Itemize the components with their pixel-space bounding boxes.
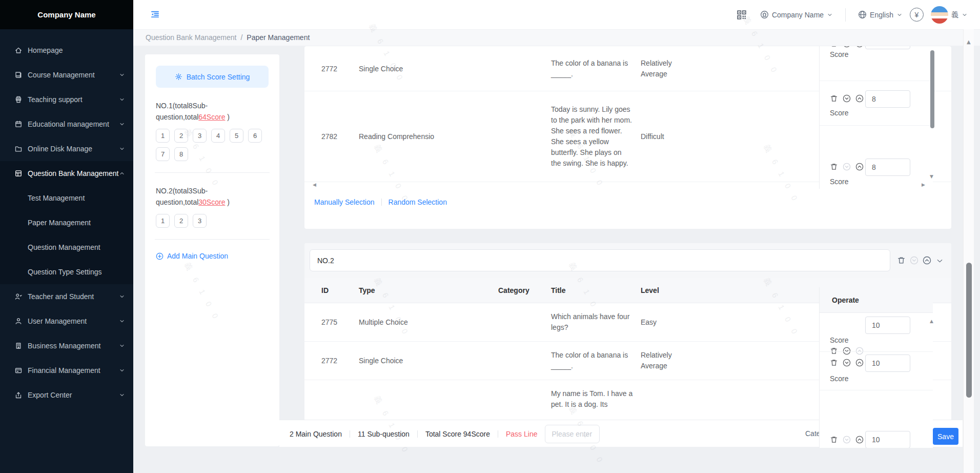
summary-score-link[interactable]: 30Score xyxy=(198,198,225,206)
sidebar-item-question-bank-management[interactable]: Question Bank Management xyxy=(0,161,133,186)
trash-icon[interactable] xyxy=(830,359,838,367)
page-scrollbar-thumb[interactable] xyxy=(966,263,972,398)
move-up-icon[interactable] xyxy=(923,256,931,265)
sidebar-item-teaching-support[interactable]: Teaching support xyxy=(0,87,133,112)
sidebar-collapse-icon[interactable] xyxy=(150,10,160,19)
move-down-icon[interactable] xyxy=(843,94,851,103)
question-title: My name is Tom. I have a pet. It is a do… xyxy=(551,388,633,410)
sub-question-button[interactable]: 1 xyxy=(156,214,170,228)
scroll-left-arrow[interactable]: ◀ xyxy=(313,183,316,187)
operate-header-label: Operate xyxy=(832,296,859,304)
move-down-icon[interactable] xyxy=(843,46,851,48)
move-up-icon[interactable] xyxy=(855,94,864,103)
scroll-up-arrow[interactable]: ▲ xyxy=(930,319,933,324)
sidebar-item-export-center[interactable]: Export Center xyxy=(0,383,133,407)
manually-selection-link[interactable]: Manually Selection xyxy=(314,198,375,206)
score-input[interactable] xyxy=(865,354,910,372)
sub-question-button[interactable]: 5 xyxy=(230,129,243,143)
link-divider xyxy=(381,199,382,206)
sub-question-button[interactable]: 3 xyxy=(193,214,207,228)
score-input[interactable] xyxy=(865,159,910,176)
scroll-up-arrow[interactable]: ▲ xyxy=(967,40,971,45)
sub-question-button[interactable]: 1 xyxy=(156,129,170,143)
pass-line-input[interactable] xyxy=(545,425,600,443)
column-header-operate: Operate xyxy=(820,287,933,313)
sub-question-button[interactable]: 2 xyxy=(174,214,188,228)
chevron-down-icon xyxy=(896,12,903,18)
company-logo-text: Company Name xyxy=(37,10,95,19)
user-menu[interactable]: 義 xyxy=(931,6,968,24)
sidebar-item-business-management[interactable]: Business Management xyxy=(0,333,133,358)
trash-icon[interactable] xyxy=(830,46,838,48)
score-input[interactable] xyxy=(865,46,910,49)
move-down-icon[interactable] xyxy=(843,359,851,367)
sidebar-item-user-management[interactable]: User Management xyxy=(0,309,133,333)
sidebar-item-course-management[interactable]: Course Management xyxy=(0,63,133,87)
row-divider xyxy=(820,125,933,126)
sidebar-item-teacher-and-student[interactable]: Teacher and Student xyxy=(0,284,133,309)
trash-icon[interactable] xyxy=(830,163,838,171)
sub-question-button[interactable]: 4 xyxy=(211,129,225,143)
trash-icon[interactable] xyxy=(830,347,838,355)
column-header-category: Category xyxy=(498,286,551,294)
question-title: The color of a banana is _____. xyxy=(551,58,633,80)
add-main-question-link[interactable]: Add Main Question xyxy=(156,252,269,260)
cell-id: 2782 xyxy=(321,132,359,141)
sidebar-item-label: Export Center xyxy=(28,391,119,399)
sub-question-button[interactable]: 7 xyxy=(156,147,170,161)
sidebar-item-homepage[interactable]: Homepage xyxy=(0,38,133,63)
sidebar-item-question-type-settings[interactable]: Question Type Settings xyxy=(0,260,133,284)
currency-yen-icon[interactable]: ¥ xyxy=(910,8,924,22)
sidebar-item-test-management[interactable]: Test Management xyxy=(0,186,133,210)
sub-question-button[interactable]: 2 xyxy=(174,129,188,143)
breadcrumb-separator: / xyxy=(240,33,242,42)
breadcrumb-parent[interactable]: Question Bank Management xyxy=(146,33,236,42)
move-up-icon[interactable] xyxy=(855,436,864,444)
row-divider xyxy=(820,351,933,352)
sidebar-item-label: Teaching support xyxy=(28,95,119,104)
trash-icon[interactable] xyxy=(830,436,838,444)
trash-icon[interactable] xyxy=(830,94,838,103)
plus-circle-icon xyxy=(156,252,164,260)
sub-question-button[interactable]: 3 xyxy=(193,129,207,143)
building-icon xyxy=(14,342,23,350)
footer-stats: 2 Main Question 11 Sub-question Total Sc… xyxy=(290,420,600,447)
cell-type: Single Choice xyxy=(359,65,498,73)
sidebar-item-question-management[interactable]: Question Management xyxy=(0,235,133,260)
score-input[interactable] xyxy=(865,431,910,448)
move-up-icon xyxy=(855,347,864,355)
sidebar-item-financial-management[interactable]: Financial Management xyxy=(0,358,133,383)
score-label: Score xyxy=(830,336,849,344)
scroll-right-arrow[interactable]: ▶ xyxy=(922,183,925,187)
table-vertical-scrollbar-thumb[interactable] xyxy=(930,50,934,128)
score-input[interactable] xyxy=(865,317,910,334)
question-level: Relatively Average xyxy=(641,58,692,80)
trash-icon[interactable] xyxy=(897,256,906,265)
collapse-chevron-icon[interactable] xyxy=(936,257,945,266)
sidebar-group-question-bank: Question Bank Management Test Management… xyxy=(0,161,133,284)
move-up-icon[interactable] xyxy=(855,46,864,48)
cell-title: Which animals have four legs? xyxy=(551,311,641,333)
sidebar-item-educational-management[interactable]: Educational management xyxy=(0,112,133,136)
move-up-icon[interactable] xyxy=(855,163,864,171)
qr-code-icon[interactable] xyxy=(737,10,747,20)
save-button[interactable]: Save xyxy=(933,428,958,445)
batch-score-setting-button[interactable]: Batch Score Setting xyxy=(156,66,269,88)
row-divider xyxy=(820,390,933,390)
sidebar-subitem-label: Test Management xyxy=(28,194,85,202)
move-down-icon[interactable] xyxy=(843,347,851,355)
language-switcher[interactable]: English xyxy=(858,10,903,19)
score-input[interactable] xyxy=(865,90,910,108)
summary-score-link[interactable]: 64Score xyxy=(198,113,225,121)
move-up-icon[interactable] xyxy=(855,359,864,367)
sidebar-item-paper-management[interactable]: Paper Management xyxy=(0,210,133,235)
sub-question-button[interactable]: 6 xyxy=(248,129,262,143)
company-switcher[interactable]: Company Name xyxy=(760,10,833,19)
sub-question-button[interactable]: 8 xyxy=(174,147,188,161)
random-selection-link[interactable]: Random Selection xyxy=(389,198,447,206)
column-header-type: Type xyxy=(359,286,498,294)
main-question-name-input[interactable] xyxy=(310,249,890,271)
user-icon xyxy=(14,317,23,325)
scroll-down-arrow[interactable]: ▼ xyxy=(930,174,933,179)
sidebar-item-online-disk-manage[interactable]: Online Disk Manage xyxy=(0,136,133,161)
